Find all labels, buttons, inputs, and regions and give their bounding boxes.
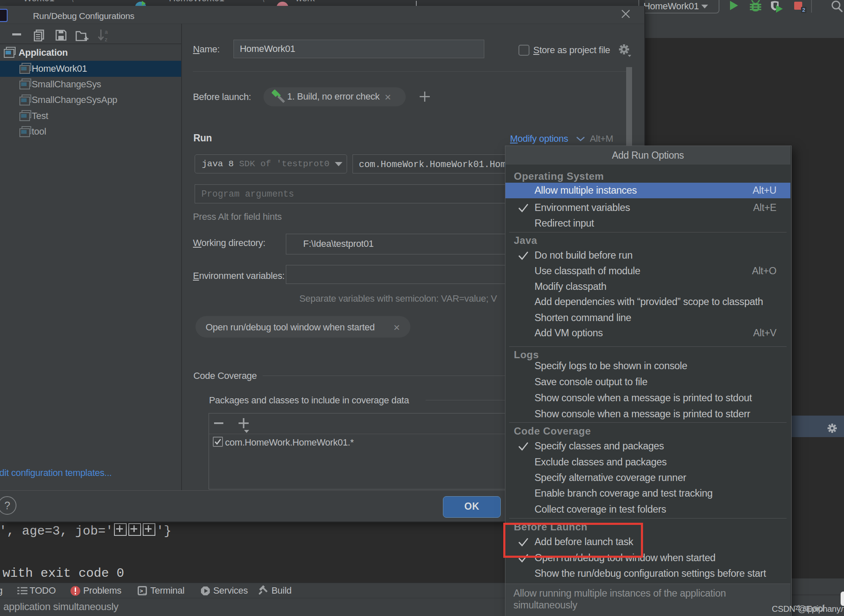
svg-text:a: a [105,29,108,35]
svg-text:z: z [105,36,107,42]
